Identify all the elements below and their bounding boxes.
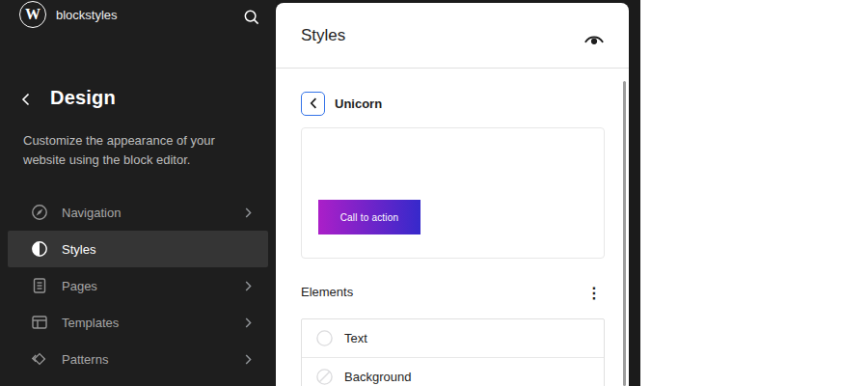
elements-section-title: Elements [301,285,353,299]
variation-name: Unicorn [335,96,382,111]
site-editor: W blockstyles Design [0,0,868,386]
elements-list: Text Background [301,318,605,386]
styles-panel-header: Styles [276,3,629,69]
variation-back-button[interactable] [301,92,325,116]
preview-cta-button: Call to action [318,200,420,234]
design-header: Design [0,85,276,118]
sidebar-description: Customize the appearance of your website… [23,131,247,170]
chevron-right-icon [245,280,253,291]
sidebar-item-label: Pages [62,279,97,293]
sidebar-item-label: Templates [62,316,119,330]
site-hub: W blockstyles [0,0,276,42]
navigation-icon [29,203,49,223]
panel-title: Styles [301,26,345,45]
style-preview-card[interactable]: Call to action [301,127,605,259]
chevron-right-icon [245,207,253,218]
pages-icon [29,276,49,296]
element-item-label: Text [344,331,367,345]
sidebar: W blockstyles Design [0,0,276,386]
sidebar-nav: Navigation Styles [0,194,276,377]
sidebar-item-styles[interactable]: Styles [8,231,268,267]
styles-panel: Styles Unicorn Call [276,3,629,386]
kebab-menu-icon: ⋮ [586,284,602,302]
elements-options-button[interactable]: ⋮ [583,281,606,304]
element-item-label: Background [344,370,411,384]
patterns-icon [29,349,49,370]
element-item-background[interactable]: Background [302,357,604,386]
chevron-right-icon [245,353,253,365]
sidebar-item-label: Navigation [62,206,121,220]
styles-icon [29,239,49,260]
sidebar-item-navigation[interactable]: Navigation [8,194,268,231]
panel-scrollbar[interactable] [623,81,626,386]
search-icon [243,9,260,26]
sidebar-item-label: Patterns [62,352,108,367]
page-title: Design [50,87,116,109]
chevron-left-icon [310,97,317,109]
empty-circle-swatch-icon [316,330,333,346]
elements-section-header: Elements ⋮ [276,281,629,304]
element-item-text[interactable]: Text [302,319,604,357]
chevron-right-icon [245,317,253,328]
chevron-left-icon [21,93,30,106]
eye-icon [583,32,605,47]
sidebar-item-templates[interactable]: Templates [8,304,268,341]
variation-breadcrumb: Unicorn [301,91,382,116]
templates-icon [29,313,49,333]
sidebar-item-patterns[interactable]: Patterns [8,341,268,377]
sidebar-item-pages[interactable]: Pages [8,267,268,304]
back-button[interactable] [17,92,33,107]
style-book-toggle[interactable] [581,28,608,51]
slashed-circle-swatch-icon [316,369,333,385]
site-name[interactable]: blockstyles [56,8,118,22]
wordpress-logo-icon[interactable]: W [19,1,46,28]
sidebar-item-label: Styles [62,242,95,257]
search-button[interactable] [240,6,263,29]
